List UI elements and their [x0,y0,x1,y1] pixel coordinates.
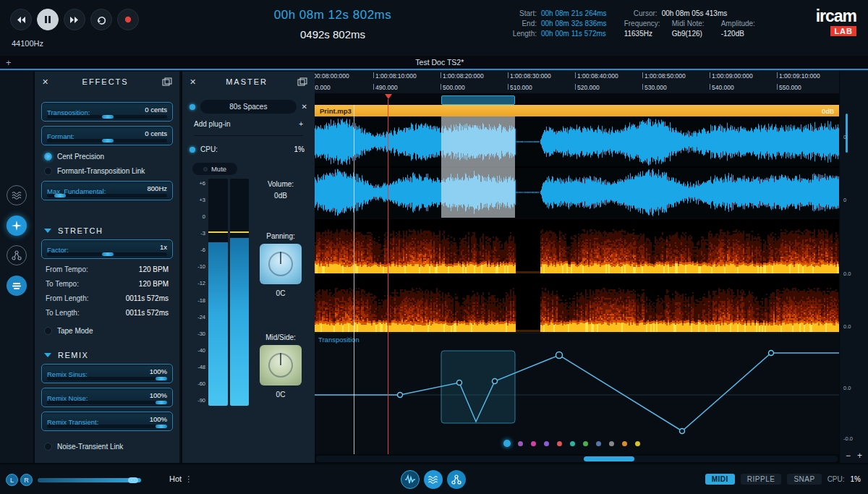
remix-noise-track[interactable] [47,401,167,404]
tape-mode-toggle[interactable]: Tape Mode [44,327,170,335]
automation-preset-dot[interactable] [531,441,536,446]
zoom-out-button[interactable]: − [846,451,851,461]
rewind-button[interactable] [10,9,32,30]
formant-transposition-link-radio[interactable] [44,167,52,175]
panel-detach-icon[interactable] [162,77,172,86]
to-tempo-value[interactable]: 120 BPM [139,280,169,288]
record-button[interactable] [117,9,139,30]
automation-curve[interactable] [315,333,839,455]
tape-mode-radio[interactable] [44,327,52,335]
formant-track[interactable] [47,139,167,142]
waveform-display[interactable] [315,116,839,218]
master-enable-dot[interactable] [190,147,195,153]
factor-track[interactable] [47,252,167,256]
noise-transient-link-radio[interactable] [44,443,52,451]
panning-knob[interactable] [260,244,302,284]
remix-transient-thumb[interactable] [156,425,167,428]
waves-view-button[interactable] [424,470,443,489]
spectrogram-display[interactable] [315,219,839,332]
mute-button[interactable]: Mute [192,163,237,175]
max-fundamental-slider[interactable]: Max. Fundamental: 800Hz [41,181,173,200]
automation-preset-dot[interactable] [503,440,511,447]
automation-preset-dot[interactable] [609,441,614,446]
ripple-toggle[interactable]: RIPPLE [741,474,782,485]
panel-detach-icon[interactable] [297,77,307,86]
factor-slider[interactable]: Factor: 1x [41,239,173,259]
vertical-scrollbar-thumb[interactable] [846,114,848,153]
waveform-tool-button[interactable] [7,185,27,205]
effects-tool-button[interactable] [7,216,27,236]
add-plugin-row[interactable]: Add plug-in + [194,120,303,136]
remix-sinus-track[interactable] [47,377,167,380]
track-header[interactable]: Print.mp3 0dB [315,105,839,116]
volume-value[interactable]: 0dB [255,192,306,200]
max-fundamental-track[interactable] [47,194,167,197]
horizontal-scrollbar[interactable] [316,456,838,462]
remix-noise-slider[interactable]: Remix Noise: 100% [41,388,173,407]
automation-preset-dot[interactable] [557,441,562,446]
kebab-menu-icon[interactable]: ⋮ [184,474,192,483]
remix-transient-track[interactable] [47,425,167,428]
factor-thumb[interactable] [102,252,114,256]
timeline-editor[interactable]: 1:00:08:00:0001:00:08:10:0001:00:08:20:0… [315,70,839,463]
loop-button[interactable] [90,9,112,30]
fast-forward-button[interactable] [64,9,85,30]
automation-preset-dot[interactable] [570,441,575,446]
remix-sinus-thumb[interactable] [156,377,167,380]
transposition-slider[interactable]: Transposition: 0 cents [41,102,173,122]
snap-toggle[interactable]: SNAP [787,474,821,485]
midi-toggle[interactable]: MIDI [705,474,735,485]
waveform-view-button[interactable] [401,470,420,489]
effects-close-button[interactable]: ✕ [42,77,48,87]
pause-button[interactable] [37,9,59,30]
from-length-value[interactable]: 0011s 572ms [126,294,169,302]
stretch-section-header[interactable]: STRETCH [44,226,170,235]
ruler-label-seconds: 540.000 [712,84,734,91]
automation-preset-dot[interactable] [622,441,627,446]
waveform-selection[interactable] [441,116,515,218]
formant-thumb[interactable] [102,139,114,142]
from-tempo-value[interactable]: 120 BPM [139,265,169,273]
automation-preset-dot[interactable] [596,441,601,446]
transposition-thumb[interactable] [102,115,114,119]
remix-noise-thumb[interactable] [156,401,167,404]
horizontal-scrollbar-thumb[interactable] [584,456,634,461]
automation-preset-dot[interactable] [518,441,523,446]
formant-transposition-link-toggle[interactable]: Formant-Transposition Link [44,167,170,175]
plugin-preset-button[interactable]: 80s Spaces [200,100,297,114]
nodes-view-button[interactable] [447,470,466,489]
mode-selector[interactable]: Hot⋮ [169,474,192,484]
cent-precision-toggle[interactable]: Cent Precision [44,153,170,161]
layers-tool-button[interactable] [7,276,27,296]
remix-sinus-slider[interactable]: Remix Sinus: 100% [41,364,173,383]
right-channel-button[interactable]: R [20,474,33,486]
max-fundamental-thumb[interactable] [54,194,66,197]
balance-slider-thumb[interactable] [128,477,138,483]
automation-preset-dot[interactable] [544,441,549,446]
remix-transient-slider[interactable]: Remix Transient: 100% [41,412,173,431]
selection-range-marker[interactable] [441,95,515,105]
playhead-handle[interactable] [385,94,392,99]
cent-precision-radio[interactable] [44,153,52,161]
automation-lane[interactable]: Transposition [315,333,839,454]
noise-transient-link-toggle[interactable]: Noise-Transient Link [44,443,170,451]
timeline-ruler[interactable]: 1:00:08:00:0001:00:08:10:0001:00:08:20:0… [315,70,839,94]
zoom-in-button[interactable]: + [857,451,862,461]
to-length-value[interactable]: 0011s 572ms [126,309,169,317]
add-tab-button[interactable]: + [6,57,12,68]
left-channel-button[interactable]: L [6,474,18,486]
formant-slider[interactable]: Formant: 0 cents [41,126,173,145]
track-gain[interactable]: 0dB [822,107,834,115]
add-plugin-plus-icon[interactable]: + [299,120,303,128]
transposition-track[interactable] [47,115,167,119]
master-close-button[interactable]: ✕ [190,77,196,87]
plugin-remove-button[interactable]: ✕ [302,103,307,111]
plugin-enable-dot[interactable] [190,104,195,110]
routing-tool-button[interactable] [7,245,27,265]
midside-knob[interactable] [260,345,302,386]
automation-preset-dot[interactable] [635,441,640,446]
remix-section-header[interactable]: REMIX [44,351,170,359]
track-name: Print.mp3 [320,107,352,115]
balance-slider[interactable] [38,478,141,482]
automation-preset-dot[interactable] [583,441,588,446]
